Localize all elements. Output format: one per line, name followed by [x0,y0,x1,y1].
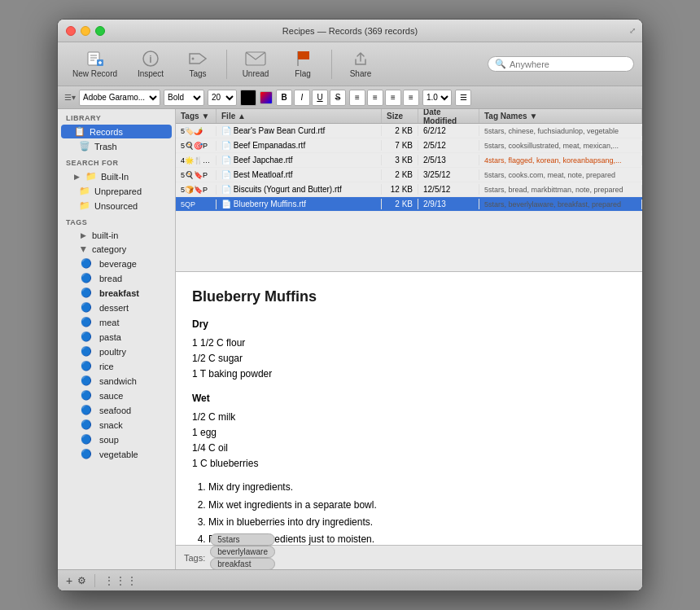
sidebar-tag-breakfast[interactable]: 🔵breakfast [61,286,172,300]
tag-icon: 🔵 [81,302,92,313]
cell-tags: 5🍳🎯P [176,141,217,151]
col-header-tagnames[interactable]: Tag Names ▼ [479,109,642,123]
unread-button[interactable]: Unread [235,47,276,81]
bottombar: + ⚙ ⋮⋮⋮ [58,569,642,590]
sidebar-item-trash[interactable]: 🗑️ Trash [61,139,172,153]
line-spacing-selector[interactable]: 1.0 [422,90,452,106]
resize-icon[interactable]: ⤢ [629,26,636,35]
sidebar-tag-rice[interactable]: 🔵rice [61,359,172,373]
new-record-button[interactable]: New Record [66,47,124,81]
sidebar-item-builtin[interactable]: ▶ 📁 Built-In [61,169,172,183]
bold-button[interactable]: B [276,90,292,106]
tag-icon: 🔵 [81,419,92,430]
table-row[interactable]: 5🍳🎯P 📄 Beef Empanadas.rtf 7 KB 2/5/12 5s… [176,138,642,153]
sidebar-tag-bread[interactable]: 🔵bread [61,271,172,285]
sidebar-item-records[interactable]: 📋 Records [61,125,172,138]
tag-icon: 🔵 [81,258,92,269]
sidebar-item-unsourced[interactable]: 📁 Unsourced [61,199,172,213]
toolbar-separator-1 [226,50,227,79]
col-header-date[interactable]: Date Modified [418,109,479,123]
file-list-header: Tags ▼ File ▲ Size Date Modified Tag Nam… [176,109,642,124]
sidebar-item-unprepared[interactable]: 📁 Unprepared [61,184,172,198]
wet-ingredients: 1/2 C milk1 egg1/4 C oil1 C blueberries [192,410,626,472]
sidebar-tag-builtin[interactable]: ▶ built-in [61,229,172,242]
fullscreen-button[interactable] [95,26,105,36]
main-area: LIBRARY 📋 Records 🗑️ Trash SEARCH FOR ▶ … [58,109,642,569]
sidebar-tag-soup[interactable]: 🔵soup [61,432,172,446]
text-color-swatch[interactable] [240,90,256,106]
search-icon: 🔍 [495,59,506,69]
cell-date: 12/5/12 [418,184,479,195]
table-row[interactable]: 5🍳🔖P 📄 Best Meatloaf.rtf 2 KB 3/25/12 5s… [176,168,642,182]
font-selector[interactable]: Adobe Garamo... [79,90,160,106]
unprepared-icon: 📁 [79,186,90,196]
italic-button[interactable]: I [294,90,310,106]
add-record-button[interactable]: + [66,575,72,586]
sidebar-tag-beverage[interactable]: 🔵beverage [61,257,172,270]
search-input[interactable] [510,59,627,69]
underline-button[interactable]: U [312,90,328,106]
cell-size: 2 KB [382,169,418,180]
col-header-file[interactable]: File ▲ [217,109,382,123]
unsourced-icon: 📁 [79,200,90,211]
tags-button[interactable]: Tags [177,47,218,81]
cell-file: 📄 Beef Japchae.rtf [217,155,382,165]
tag-icon: 🔵 [81,331,92,342]
sidebar-tag-category[interactable]: ▶ category [61,243,172,256]
col-header-tags[interactable]: Tags ▼ [176,109,217,123]
triangle-icon: ▶ [81,231,86,239]
strikethrough-button[interactable]: S [330,90,346,106]
toolbar: New Record i Inspect Tags [58,42,642,86]
cell-file: 📄 Beef Empanadas.rtf [217,140,382,151]
minimize-button[interactable] [81,26,90,36]
align-group: ≡ ≡ ≡ ≡ [349,90,419,106]
table-row[interactable]: 5🍞🔖P 📄 Biscuits (Yogurt and Butter).rtf … [176,182,642,197]
tag-label: rice [99,362,114,371]
sidebar-tag-vegetable[interactable]: 🔵vegetable [61,447,172,461]
align-center-button[interactable]: ≡ [367,90,383,106]
col-header-size[interactable]: Size [382,109,418,123]
search-box[interactable]: 🔍 [488,56,634,72]
tag-label: bread [99,274,122,283]
sidebar-tag-sauce[interactable]: 🔵sauce [61,388,172,402]
sidebar: LIBRARY 📋 Records 🗑️ Trash SEARCH FOR ▶ … [58,109,176,569]
flag-button[interactable]: Flag [282,47,323,81]
sidebar-tag-meat[interactable]: 🔵meat [61,315,172,329]
view-icon: ☰▾ [64,93,76,102]
tag-icon: 🔵 [81,405,92,415]
cell-size: 2 KB [382,199,418,209]
size-selector[interactable]: 20 [208,90,237,106]
cell-size: 7 KB [382,140,418,151]
sidebar-tag-dessert[interactable]: 🔵dessert [61,301,172,314]
align-right-button[interactable]: ≡ [385,90,401,106]
inspect-button[interactable]: i Inspect [130,47,171,81]
share-button[interactable]: Share [340,47,381,81]
sidebar-tag-seafood[interactable]: 🔵seafood [61,403,172,417]
inspect-icon: i [139,50,162,68]
ingredient-item: 1 C blueberries [192,456,626,472]
align-left-button[interactable]: ≡ [349,90,365,106]
tag-icon: 🔵 [81,346,92,357]
share-icon [349,50,372,68]
table-row[interactable]: 5🏷️🌶️ 📄 Bear's Paw Bean Curd.rtf 2 KB 6/… [176,124,642,138]
table-row[interactable]: 4🌟🍴🌶️ 📄 Beef Japchae.rtf 3 KB 2/5/13 4st… [176,153,642,168]
tag-label: dessert [99,303,129,313]
tag-chip-beverlylaware[interactable]: beverlylaware [210,546,275,558]
gear-button[interactable]: ⚙ [77,575,86,586]
share-label: Share [350,69,372,78]
weight-selector[interactable]: Bold [164,90,204,106]
list-button[interactable]: ☰ [455,90,471,106]
sidebar-tag-snack[interactable]: 🔵snack [61,418,172,432]
sidebar-tag-poultry[interactable]: 🔵poultry [61,344,172,358]
sidebar-tag-sandwich[interactable]: 🔵sandwich [61,374,172,388]
highlight-color-swatch[interactable] [260,91,273,104]
close-button[interactable] [66,26,76,36]
sidebar-tag-pasta[interactable]: 🔵pasta [61,330,172,344]
tag-chip-breakfast[interactable]: breakfast [210,558,275,570]
tag-chip-5stars[interactable]: 5stars [210,533,275,546]
ingredient-item: 1 T baking powder [192,366,626,382]
table-row[interactable]: 5QP 📄 Blueberry Muffins.rtf 2 KB 2/9/13 … [176,197,642,212]
align-justify-button[interactable]: ≡ [403,90,419,106]
builtin-icon: 📁 [85,171,97,182]
tag-icon: 🔵 [81,434,92,445]
